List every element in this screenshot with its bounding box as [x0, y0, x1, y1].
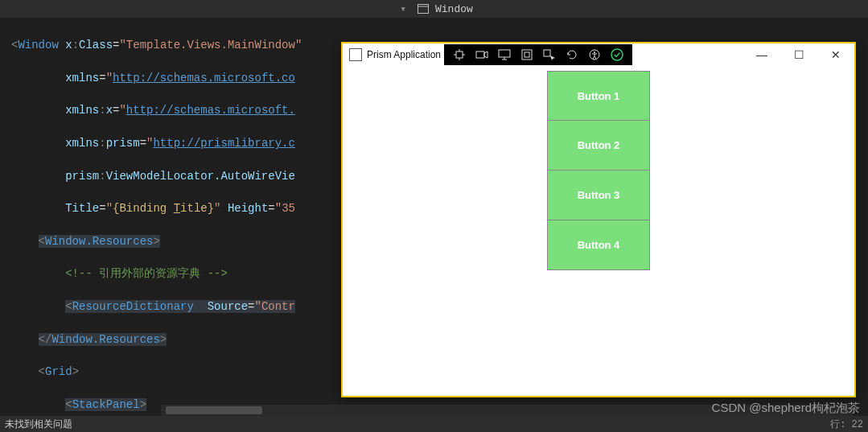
breadcrumb-current[interactable]: Window — [435, 3, 473, 15]
target-icon[interactable] — [452, 47, 467, 62]
status-left: 未找到相关问题 — [5, 418, 72, 431]
status-right: 行: 22 — [830, 418, 863, 431]
minimize-button[interactable]: — — [743, 43, 780, 66]
status-bar: 未找到相关问题 行: 22 — [0, 416, 868, 432]
layout-icon[interactable] — [520, 47, 534, 62]
svg-point-16 — [611, 49, 623, 60]
svg-rect-7 — [476, 51, 484, 58]
demo-button-2[interactable]: Button 2 — [547, 121, 650, 171]
svg-rect-2 — [456, 51, 463, 58]
svg-rect-12 — [525, 52, 529, 57]
monitor-icon[interactable] — [497, 47, 512, 62]
window-icon — [418, 4, 429, 14]
svg-rect-0 — [418, 5, 429, 14]
app-client-area: Button 1 Button 2 Button 3 Button 4 — [343, 66, 854, 396]
camera-icon[interactable] — [475, 47, 489, 62]
breadcrumb-bar: ▾ Window — [0, 0, 868, 18]
breadcrumb-sep[interactable]: ▾ — [400, 2, 406, 15]
app-icon — [349, 48, 362, 61]
check-icon[interactable] — [610, 47, 624, 62]
app-titlebar[interactable]: Prism Application — ☐ ✕ — [343, 43, 854, 66]
horizontal-scrollbar[interactable] — [161, 405, 853, 416]
refresh-icon[interactable] — [565, 47, 579, 62]
accessibility-icon[interactable] — [587, 47, 602, 62]
app-window[interactable]: Prism Application — ☐ ✕ Button 1 Button … — [341, 42, 856, 397]
demo-button-1[interactable]: Button 1 — [547, 71, 650, 121]
svg-rect-13 — [544, 50, 550, 56]
maximize-button[interactable]: ☐ — [780, 43, 817, 66]
button-stack: Button 1 Button 2 Button 3 Button 4 — [547, 71, 650, 396]
svg-point-15 — [594, 51, 595, 53]
close-button[interactable]: ✕ — [817, 43, 854, 66]
demo-button-3[interactable]: Button 3 — [547, 171, 650, 220]
scrollbar-thumb[interactable] — [166, 406, 262, 414]
app-title: Prism Application — [367, 49, 441, 60]
select-element-icon[interactable] — [542, 47, 557, 62]
svg-rect-8 — [499, 50, 510, 57]
debug-toolbar — [444, 44, 632, 65]
window-controls: — ☐ ✕ — [743, 43, 854, 66]
svg-rect-11 — [522, 50, 532, 60]
demo-button-4[interactable]: Button 4 — [547, 220, 650, 270]
